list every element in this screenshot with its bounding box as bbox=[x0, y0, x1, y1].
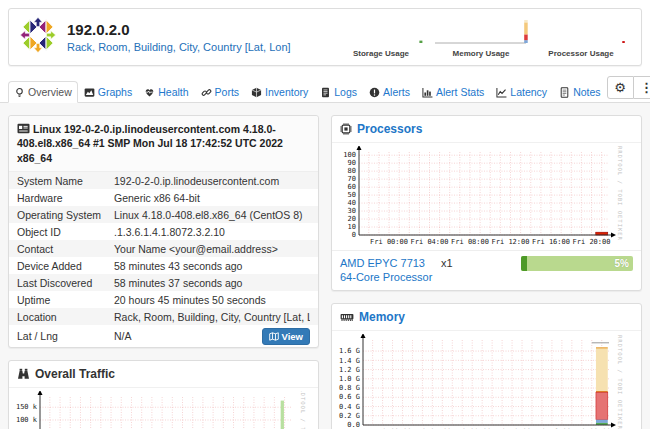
link-icon bbox=[201, 87, 212, 98]
processors-graph[interactable]: 0102030405060708090100Fri 00:00Fri 04:00… bbox=[335, 146, 623, 248]
svg-text:40: 40 bbox=[348, 199, 356, 207]
svg-text:100 k: 100 k bbox=[16, 417, 38, 425]
cube-icon bbox=[251, 87, 262, 98]
tab-health[interactable]: Health bbox=[138, 81, 194, 103]
svg-text:Fri 20:00: Fri 20:00 bbox=[573, 238, 611, 246]
tab-logs[interactable]: Logs bbox=[314, 81, 363, 103]
table-row: Device Added58 minutes 43 seconds ago bbox=[9, 257, 318, 274]
memory-header: Memory bbox=[332, 304, 641, 331]
svg-text:RRDTOOL / TOBI OETIKER: RRDTOOL / TOBI OETIKER bbox=[617, 146, 623, 241]
device-tab-bar: Overview Graphs Health Ports Inventory L… bbox=[0, 72, 650, 103]
row-value: Linux 4.18.0-408.el8.x86_64 (CentOS 8) bbox=[114, 209, 310, 221]
svg-text:1.2 G: 1.2 G bbox=[339, 366, 360, 374]
panel-title: Processors bbox=[357, 122, 422, 136]
memory-graph[interactable]: 0.00.2 G0.4 G0.6 G0.8 G1.0 G1.2 G1.4 G1.… bbox=[335, 334, 623, 429]
kebab-icon: ⋮ bbox=[640, 80, 650, 95]
tab-inventory[interactable]: Inventory bbox=[245, 81, 314, 103]
heartbeat-icon bbox=[144, 87, 155, 98]
svg-text:60: 60 bbox=[348, 183, 356, 191]
svg-text:0.8 G: 0.8 G bbox=[339, 384, 360, 392]
overall-traffic-graph[interactable]: 050 k100 k150 kRRDTOOL / TOBI OETIKER bbox=[12, 391, 306, 429]
tab-latency[interactable]: Latency bbox=[490, 81, 553, 103]
table-row: Uptime20 hours 45 minutes 50 seconds bbox=[9, 291, 318, 308]
svg-text:0.4 G: 0.4 G bbox=[339, 403, 360, 411]
tab-label: Graphs bbox=[98, 86, 132, 98]
left-column: Linux 192-0-2-0.ip.linodeusercontent.com… bbox=[8, 115, 319, 429]
row-value: N/A bbox=[114, 330, 132, 342]
view-map-button[interactable]: View bbox=[262, 328, 310, 345]
tab-label: Ports bbox=[215, 86, 240, 98]
right-column: Processors 0102030405060708090100Fri 00:… bbox=[331, 115, 642, 429]
storage-usage-sparkline[interactable] bbox=[333, 16, 429, 48]
tab-actions: ⚙ ⋮ bbox=[607, 76, 650, 99]
tab-graphs[interactable]: Graphs bbox=[78, 81, 138, 103]
mini-graph-storage[interactable]: Storage Usage bbox=[331, 16, 431, 58]
svg-text:20: 20 bbox=[348, 215, 356, 223]
map-icon bbox=[269, 332, 279, 341]
cpu-desc-link[interactable]: 64-Core Processor bbox=[340, 271, 432, 283]
cpu-row: AMD EPYC 7713x1 64-Core Processor 5% bbox=[332, 250, 641, 290]
mini-graph-processor[interactable]: Processor Usage bbox=[531, 16, 631, 58]
overall-traffic-card: Overall Traffic 050 k100 k150 kRRDTOOL /… bbox=[8, 360, 319, 429]
row-value: 192-0-2-0.ip.linodeusercontent.com bbox=[114, 175, 310, 187]
cpu-count: x1 bbox=[441, 257, 453, 269]
memory-usage-sparkline[interactable] bbox=[433, 16, 529, 48]
area-chart-icon bbox=[84, 87, 95, 98]
row-label: Location bbox=[17, 311, 114, 323]
device-titles: 192.0.2.0 Rack, Room, Building, City, Co… bbox=[67, 21, 291, 53]
traffic-graph-wrap: 050 k100 k150 kRRDTOOL / TOBI OETIKER bbox=[9, 388, 318, 429]
cpu-name-link[interactable]: AMD EPYC 7713 bbox=[340, 257, 425, 269]
row-value: 20 hours 45 minutes 50 seconds bbox=[114, 294, 310, 306]
svg-text:150 k: 150 k bbox=[16, 404, 38, 412]
table-row: LocationRack, Room, Building, City, Coun… bbox=[9, 308, 318, 325]
svg-text:RRDTOOL / TOBI OETIKER: RRDTOOL / TOBI OETIKER bbox=[300, 391, 306, 429]
note-icon bbox=[559, 87, 570, 98]
processor-usage-sparkline[interactable] bbox=[533, 16, 629, 48]
row-label: Device Added bbox=[17, 260, 114, 272]
row-value: Your Name <your@email.address> bbox=[114, 243, 310, 255]
panel-title: Memory bbox=[359, 310, 405, 324]
mini-graph-memory[interactable]: Memory Usage bbox=[431, 16, 531, 58]
tab-label: Alerts bbox=[383, 86, 410, 98]
processors-header: Processors bbox=[332, 116, 641, 143]
row-label: Operating System bbox=[17, 209, 114, 221]
line-chart-icon bbox=[496, 87, 507, 98]
tab-notes[interactable]: Notes bbox=[553, 81, 606, 103]
tab-ports[interactable]: Ports bbox=[195, 81, 246, 103]
row-label: System Name bbox=[17, 175, 114, 187]
os-header: Linux 192-0-2-0.ip.linodeusercontent.com… bbox=[9, 116, 318, 172]
svg-text:Fri 00:00: Fri 00:00 bbox=[370, 238, 408, 246]
cpu-usage-fill bbox=[521, 256, 527, 271]
cpu-names: AMD EPYC 7713x1 64-Core Processor bbox=[340, 256, 453, 284]
device-location-link[interactable]: Rack, Room, Building, City, Country [Lat… bbox=[67, 41, 291, 53]
server-id-icon bbox=[17, 123, 30, 134]
svg-text:Fri 12:00: Fri 12:00 bbox=[492, 238, 530, 246]
mini-graph-label: Processor Usage bbox=[548, 49, 613, 58]
tab-alerts[interactable]: Alerts bbox=[363, 81, 416, 103]
svg-text:90: 90 bbox=[348, 159, 356, 167]
row-value: 58 minutes 37 seconds ago bbox=[114, 277, 310, 289]
tab-alert-stats[interactable]: Alert Stats bbox=[416, 81, 490, 103]
row-label: Lat / Lng bbox=[17, 330, 114, 342]
table-row-latlng: Lat / Lng N/A View bbox=[9, 325, 318, 347]
tab-label: Overview bbox=[28, 86, 72, 98]
gear-icon: ⚙ bbox=[614, 80, 626, 95]
svg-text:70: 70 bbox=[348, 175, 356, 183]
panel-title: Overall Traffic bbox=[35, 367, 115, 381]
device-header-card: 192.0.2.0 Rack, Room, Building, City, Co… bbox=[8, 8, 642, 66]
centos-logo bbox=[19, 16, 57, 58]
svg-text:Fri 16:00: Fri 16:00 bbox=[532, 238, 570, 246]
header-mini-graphs: Storage Usage Memory Usage Processor Usa… bbox=[331, 16, 631, 58]
processors-card: Processors 0102030405060708090100Fri 00:… bbox=[331, 115, 642, 291]
lightbulb-icon bbox=[14, 87, 25, 98]
row-value: Rack, Room, Building, City, Country [Lat… bbox=[114, 311, 310, 323]
table-row: System Name192-0-2-0.ip.linodeuserconten… bbox=[9, 172, 318, 189]
more-options-button[interactable]: ⋮ bbox=[634, 76, 650, 99]
svg-text:30: 30 bbox=[348, 207, 356, 215]
memory-card: Memory 0.00.2 G0.4 G0.6 G0.8 G1.0 G1.2 G… bbox=[331, 303, 642, 429]
settings-button[interactable]: ⚙ bbox=[607, 76, 634, 99]
processors-graph-wrap: 0102030405060708090100Fri 00:00Fri 04:00… bbox=[332, 143, 641, 250]
svg-text:Fri 08:00: Fri 08:00 bbox=[451, 238, 489, 246]
svg-text:10: 10 bbox=[348, 223, 356, 231]
tab-overview[interactable]: Overview bbox=[8, 81, 78, 103]
